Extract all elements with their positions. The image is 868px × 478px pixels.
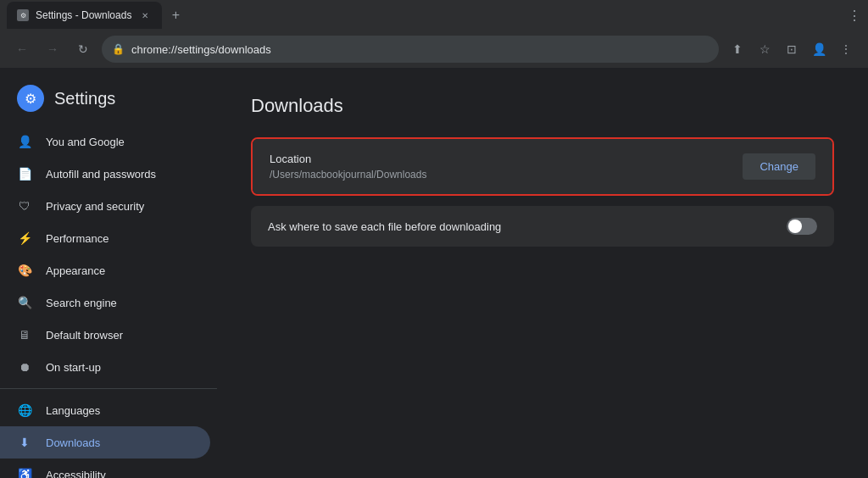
- main-layout: ⚙ Settings 👤 You and Google 📄 Autofill a…: [0, 68, 868, 478]
- tab-search-button[interactable]: ⊡: [780, 37, 804, 61]
- sidebar: ⚙ Settings 👤 You and Google 📄 Autofill a…: [0, 68, 217, 478]
- sidebar-item-you-and-google[interactable]: 👤 You and Google: [0, 125, 210, 158]
- menu-button[interactable]: ⋮: [834, 37, 858, 61]
- sidebar-item-default-browser[interactable]: 🖥 Default browser: [0, 319, 210, 351]
- share-button[interactable]: ⬆: [726, 37, 749, 61]
- accessibility-icon: ♿: [17, 467, 32, 478]
- forward-button[interactable]: →: [41, 37, 64, 61]
- change-button[interactable]: Change: [743, 153, 815, 180]
- address-bar[interactable]: 🔒 chrome://settings/downloads: [102, 36, 719, 63]
- bookmark-button[interactable]: ☆: [753, 37, 776, 61]
- sidebar-item-on-startup[interactable]: ⏺ On start-up: [0, 351, 210, 383]
- sidebar-divider: [0, 388, 217, 389]
- content-area: Downloads Location /Users/macbookjournal…: [217, 68, 868, 478]
- title-bar: ⚙ Settings - Downloads ✕ + ⋮: [0, 0, 868, 31]
- ask-where-row: Ask where to save each file before downl…: [251, 206, 834, 247]
- new-tab-button[interactable]: +: [165, 5, 186, 25]
- tab-end-controls: ⋮: [848, 8, 861, 24]
- sidebar-item-autofill[interactable]: 📄 Autofill and passwords: [0, 158, 210, 190]
- reload-button[interactable]: ↻: [71, 37, 95, 61]
- sidebar-label-default-browser: Default browser: [46, 329, 123, 342]
- sidebar-item-languages[interactable]: 🌐 Languages: [0, 394, 210, 426]
- ask-label: Ask where to save each file before downl…: [268, 220, 501, 233]
- sidebar-label-on-startup: On start-up: [46, 361, 101, 374]
- on-startup-icon: ⏺: [17, 359, 32, 375]
- ask-toggle[interactable]: [787, 218, 817, 235]
- site-security-icon: 🔒: [112, 43, 125, 55]
- nav-bar: ← → ↻ 🔒 chrome://settings/downloads ⬆ ☆ …: [0, 31, 868, 68]
- tab-close-button[interactable]: ✕: [138, 8, 152, 22]
- location-info: Location /Users/macbookjournal/Downloads: [270, 153, 743, 181]
- sidebar-item-appearance[interactable]: 🎨 Appearance: [0, 254, 210, 286]
- location-label: Location: [270, 153, 743, 165]
- profile-button[interactable]: 👤: [807, 37, 831, 61]
- you-and-google-icon: 👤: [17, 134, 32, 149]
- tab-title: Settings - Downloads: [36, 9, 131, 21]
- address-text: chrome://settings/downloads: [131, 43, 271, 56]
- privacy-icon: 🛡: [17, 198, 32, 214]
- page-title: Downloads: [251, 95, 834, 117]
- performance-icon: ⚡: [17, 231, 32, 246]
- active-tab[interactable]: ⚙ Settings - Downloads ✕: [7, 2, 162, 29]
- sidebar-item-performance[interactable]: ⚡ Performance: [0, 222, 210, 254]
- sidebar-header: ⚙ Settings: [0, 75, 217, 122]
- settings-logo: ⚙: [17, 85, 44, 112]
- sidebar-item-accessibility[interactable]: ♿ Accessibility: [0, 459, 210, 478]
- default-browser-icon: 🖥: [17, 327, 32, 342]
- tab-favicon: ⚙: [17, 9, 29, 21]
- sidebar-label-you-and-google: You and Google: [46, 136, 125, 148]
- location-path: /Users/macbookjournal/Downloads: [270, 169, 743, 181]
- sidebar-label-search-engine: Search engine: [46, 297, 117, 309]
- tab-strip: ⚙ Settings - Downloads ✕ +: [7, 2, 841, 29]
- sidebar-item-downloads[interactable]: ⬇ Downloads: [0, 426, 210, 459]
- sidebar-item-search-engine[interactable]: 🔍 Search engine: [0, 286, 210, 319]
- sidebar-label-privacy: Privacy and security: [46, 200, 144, 213]
- search-engine-icon: 🔍: [17, 295, 32, 310]
- nav-actions: ⬆ ☆ ⊡ 👤 ⋮: [726, 37, 858, 61]
- sidebar-label-accessibility: Accessibility: [46, 469, 106, 479]
- sidebar-label-languages: Languages: [46, 404, 100, 417]
- sidebar-label-appearance: Appearance: [46, 264, 105, 277]
- sidebar-label-performance: Performance: [46, 232, 108, 245]
- location-row: Location /Users/macbookjournal/Downloads…: [253, 139, 832, 194]
- appearance-icon: 🎨: [17, 263, 32, 278]
- autofill-icon: 📄: [17, 166, 32, 181]
- languages-icon: 🌐: [17, 403, 32, 418]
- sidebar-label-downloads: Downloads: [46, 436, 100, 449]
- sidebar-title: Settings: [54, 89, 115, 108]
- back-button[interactable]: ←: [10, 37, 34, 61]
- location-card: Location /Users/macbookjournal/Downloads…: [251, 137, 834, 196]
- downloads-icon: ⬇: [17, 435, 32, 450]
- sidebar-item-privacy[interactable]: 🛡 Privacy and security: [0, 190, 210, 222]
- sidebar-label-autofill: Autofill and passwords: [46, 168, 156, 181]
